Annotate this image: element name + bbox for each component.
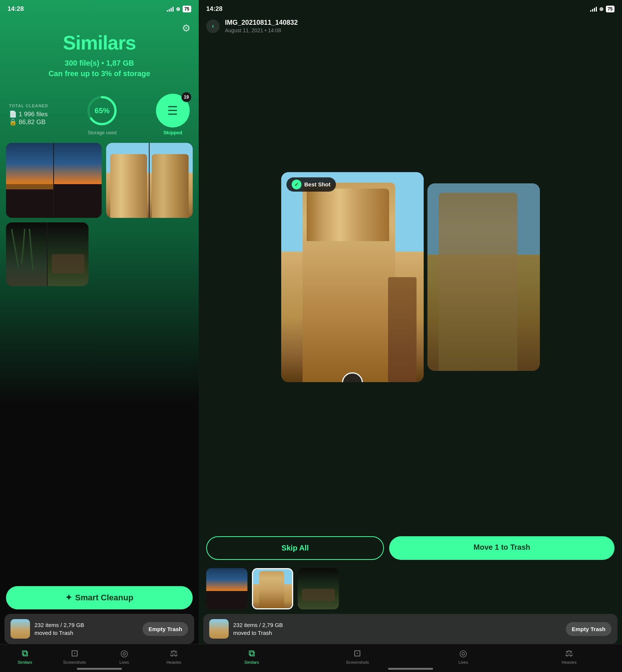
heavies-icon: ⚖ bbox=[170, 648, 178, 658]
storage-label: Storage used bbox=[88, 130, 117, 135]
tab-similars-label: Similars bbox=[18, 660, 32, 664]
right-panel: 14:28 ⊛ 75 ‹ IMG_20210811_140832 August … bbox=[199, 0, 622, 672]
left-panel: 14:28 ⊛ 75 ⚙ Similars 300 file(s) • 1,87… bbox=[0, 0, 199, 672]
right-tab-lives-label: Lives bbox=[459, 660, 468, 664]
right-trash-thumbnail bbox=[209, 619, 229, 639]
statue-photo-2 bbox=[150, 143, 193, 218]
sunset-photo-group[interactable] bbox=[6, 143, 102, 218]
total-files: 📄 1 996 files bbox=[9, 110, 48, 118]
sunset-photo-1 bbox=[6, 143, 53, 218]
action-buttons: Skip All Move 1 to Trash bbox=[199, 531, 622, 565]
stats-row: TOTAL CLEANED 📄 1 996 files 🔒 86,82 GB 6… bbox=[0, 86, 199, 135]
photo-row-top bbox=[6, 143, 193, 218]
photo-grid bbox=[0, 135, 199, 580]
plant-photo-2 bbox=[48, 222, 88, 286]
app-subtitle: 300 file(s) • 1,87 GB Can free up to 3% … bbox=[0, 58, 199, 79]
storage-circle: 65% Storage used bbox=[85, 94, 119, 135]
right-battery-badge: 75 bbox=[606, 6, 615, 12]
skipped-badge: 19 bbox=[181, 92, 191, 102]
tab-heavies-label: Heavies bbox=[166, 660, 181, 664]
smart-cleanup-button[interactable]: ✦ Smart Cleanup bbox=[6, 586, 193, 609]
total-cleaned-section: TOTAL CLEANED 📄 1 996 files 🔒 86,82 GB bbox=[9, 104, 48, 126]
best-shot-label: Best Shot bbox=[304, 181, 331, 188]
lives-icon: ◎ bbox=[120, 648, 128, 658]
battery-badge: 75 bbox=[183, 6, 191, 12]
right-similars-icon: ⧉ bbox=[249, 648, 255, 658]
skipped-label: Skipped bbox=[163, 130, 183, 135]
right-tab-heavies-label: Heavies bbox=[562, 660, 577, 664]
thumbnail-plant[interactable] bbox=[298, 568, 339, 609]
right-screenshots-icon: ⊡ bbox=[354, 648, 361, 658]
sparkle-icon: ✦ bbox=[65, 593, 72, 603]
file-info: IMG_20210811_140832 August 11, 2021 • 14… bbox=[225, 19, 298, 33]
sunset-photo-2 bbox=[54, 143, 101, 218]
filename: IMG_20210811_140832 bbox=[225, 19, 298, 27]
thumbnail-statue[interactable] bbox=[252, 568, 293, 609]
total-cleaned-label: TOTAL CLEANED bbox=[9, 104, 48, 108]
trash-moved: moved to Trash bbox=[34, 629, 138, 637]
wifi-icon: ⊛ bbox=[176, 6, 180, 12]
statue-photo-1 bbox=[106, 143, 149, 218]
back-button[interactable]: ‹ bbox=[206, 20, 220, 33]
thumbnail-sunset[interactable] bbox=[206, 568, 247, 609]
right-status-bar: 14:28 ⊛ 75 bbox=[199, 0, 622, 13]
left-status-bar: 14:28 ⊛ 75 bbox=[0, 0, 199, 13]
left-time: 14:28 bbox=[7, 5, 24, 13]
similars-icon: ⧉ bbox=[22, 648, 28, 658]
right-trash-items: 232 items / 2,79 GB bbox=[233, 621, 561, 629]
left-status-right: ⊛ 75 bbox=[167, 6, 191, 12]
main-image-area: ✓ Best Shot bbox=[199, 38, 622, 516]
right-trash-bar: 232 items / 2,79 GB moved to Trash Empty… bbox=[203, 614, 618, 644]
right-status-right: ⊛ 75 bbox=[590, 6, 615, 12]
tab-screenshots-label: Screenshots bbox=[63, 660, 86, 664]
right-tab-similars-label: Similars bbox=[244, 660, 259, 664]
right-tab-screenshots-label: Screenshots bbox=[346, 660, 369, 664]
thumbnail-row bbox=[199, 565, 622, 609]
right-signal-icon bbox=[590, 6, 597, 12]
tab-similars-right[interactable]: ⧉ Similars bbox=[199, 648, 304, 664]
trash-items: 232 items / 2,79 GB bbox=[34, 621, 138, 629]
best-shot-badge: ✓ Best Shot bbox=[286, 177, 336, 192]
tab-lives-right[interactable]: ◎ Lives bbox=[411, 648, 516, 664]
skipped-section[interactable]: ☰ 19 Skipped bbox=[156, 94, 190, 135]
right-empty-trash-button[interactable]: Empty Trash bbox=[566, 622, 612, 636]
right-wifi-icon: ⊛ bbox=[599, 6, 604, 12]
plant-photo-group[interactable] bbox=[6, 222, 88, 286]
tab-screenshots-right[interactable]: ⊡ Screenshots bbox=[304, 648, 410, 664]
tab-lives-left[interactable]: ◎ Lives bbox=[99, 648, 149, 664]
filedate: August 11, 2021 • 14:08 bbox=[225, 27, 298, 33]
empty-trash-button[interactable]: Empty Trash bbox=[142, 622, 188, 636]
tab-screenshots-left[interactable]: ⊡ Screenshots bbox=[50, 648, 100, 664]
screenshots-icon: ⊡ bbox=[71, 648, 78, 658]
total-size: 🔒 86,82 GB bbox=[9, 118, 48, 126]
right-heavies-icon: ⚖ bbox=[565, 648, 573, 658]
skip-all-button[interactable]: Skip All bbox=[206, 536, 384, 560]
photo-row-bottom bbox=[6, 222, 193, 286]
main-photo-card[interactable]: ✓ Best Shot bbox=[281, 172, 424, 382]
home-indicator-right bbox=[388, 668, 433, 670]
storage-percent: 65% bbox=[94, 106, 109, 115]
right-time: 14:28 bbox=[206, 5, 222, 13]
trash-text: 232 items / 2,79 GB moved to Trash bbox=[34, 621, 138, 637]
left-trash-bar: 232 items / 2,79 GB moved to Trash Empty… bbox=[4, 614, 194, 644]
trash-thumbnail bbox=[10, 619, 30, 639]
tab-lives-label: Lives bbox=[119, 660, 129, 664]
settings-icon[interactable]: ⚙ bbox=[182, 22, 190, 34]
tab-heavies-right[interactable]: ⚖ Heavies bbox=[516, 648, 622, 664]
statue-photo-group[interactable] bbox=[106, 143, 193, 218]
skipped-icon[interactable]: ☰ 19 bbox=[156, 94, 190, 128]
storage-progress-ring: 65% bbox=[85, 94, 119, 128]
tab-similars-left[interactable]: ⧉ Similars bbox=[0, 648, 50, 664]
home-indicator-left bbox=[77, 668, 122, 670]
move-to-trash-button[interactable]: Move 1 to Trash bbox=[389, 536, 615, 560]
best-shot-check-icon: ✓ bbox=[292, 180, 301, 189]
right-header: ‹ IMG_20210811_140832 August 11, 2021 • … bbox=[199, 13, 622, 38]
right-trash-text: 232 items / 2,79 GB moved to Trash bbox=[233, 621, 561, 637]
side-photo-card[interactable] bbox=[427, 183, 540, 371]
plant-photo-1 bbox=[6, 222, 47, 286]
app-title: Similars bbox=[0, 32, 199, 54]
right-trash-moved: moved to Trash bbox=[233, 629, 561, 637]
tab-heavies-left[interactable]: ⚖ Heavies bbox=[149, 648, 199, 664]
right-lives-icon: ◎ bbox=[459, 648, 467, 658]
signal-icon bbox=[167, 6, 174, 12]
